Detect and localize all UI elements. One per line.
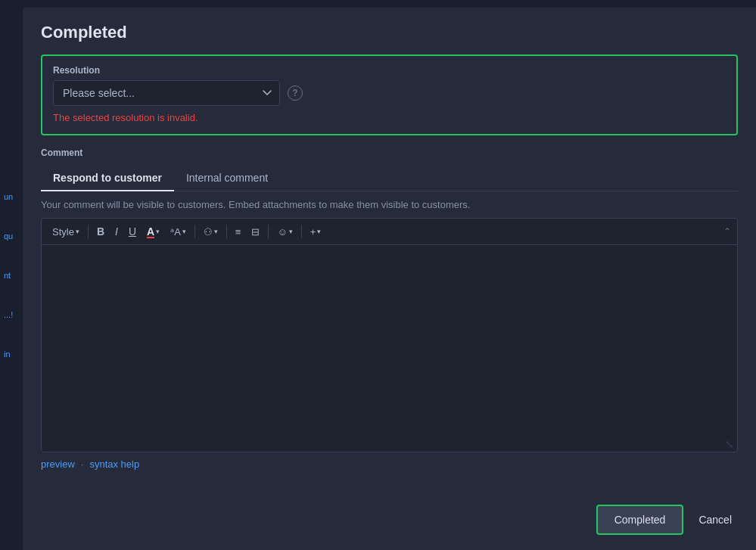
toolbar-separator-1 (88, 225, 89, 238)
editor-footer: preview · syntax help (41, 458, 738, 470)
resize-icon: ⤡ (725, 438, 734, 450)
comment-label: Comment (41, 148, 738, 158)
unordered-list-button[interactable]: ≡ (231, 224, 246, 240)
font-size-chevron-icon: ▾ (182, 228, 186, 235)
text-color-button[interactable]: A ▾ (142, 223, 164, 240)
sidebar-item-5: in (4, 350, 19, 359)
emoji-chevron-icon: ▾ (289, 228, 293, 235)
bold-icon: B (97, 225, 104, 238)
editor-toolbar: Style ▾ B I U A ▾ ᵃA (42, 219, 737, 245)
syntax-help-link[interactable]: syntax help (89, 458, 139, 470)
more-button[interactable]: + ▾ (306, 224, 326, 240)
text-color-icon: A (147, 225, 154, 238)
resize-handle[interactable]: ⤡ (42, 437, 737, 452)
underline-button[interactable]: U (124, 223, 141, 240)
toolbar-separator-5 (301, 225, 302, 238)
cancel-button[interactable]: Cancel (692, 506, 738, 533)
toolbar-separator-4 (268, 225, 269, 238)
resolution-error: The selected resolution is invalid. (53, 112, 726, 123)
toolbar-collapse-icon[interactable]: ⌃ (723, 226, 731, 237)
italic-button[interactable]: I (110, 223, 123, 240)
dialog-body: Resolution Please select... Fixed Won't … (23, 54, 756, 494)
dialog: Completed Resolution Please select... Fi… (23, 8, 756, 550)
comment-tabs: Respond to customer Internal comment (41, 166, 738, 191)
ordered-list-button[interactable]: ⊟ (247, 224, 264, 240)
completed-button[interactable]: Completed (596, 505, 684, 535)
help-icon[interactable]: ? (288, 85, 303, 101)
style-button[interactable]: Style ▾ (48, 224, 84, 240)
dot-separator: · (81, 458, 84, 470)
tab-note: Your comment will be visible to customer… (41, 199, 738, 210)
underline-icon: U (129, 225, 136, 238)
sidebar-item-2: qu (4, 231, 19, 241)
preview-link[interactable]: preview (41, 458, 75, 470)
font-size-icon: ᵃA (170, 226, 181, 238)
style-chevron-icon: ▾ (76, 228, 79, 235)
text-color-chevron-icon: ▾ (156, 228, 160, 235)
tab-internal-comment[interactable]: Internal comment (174, 166, 280, 191)
style-label: Style (52, 226, 74, 238)
unordered-list-icon: ≡ (235, 226, 241, 238)
toolbar-separator-3 (226, 225, 227, 238)
sidebar-hints: un qu nt ...! in (0, 0, 23, 550)
toolbar-separator-2 (194, 225, 195, 238)
resolution-section: Resolution Please select... Fixed Won't … (41, 54, 738, 135)
bold-button[interactable]: B (92, 223, 109, 240)
sidebar-item-3: nt (4, 271, 19, 280)
dialog-title: Completed (23, 8, 756, 54)
italic-icon: I (115, 225, 118, 238)
dialog-footer: Completed Cancel (23, 494, 756, 550)
emoji-icon: ☺ (277, 226, 287, 238)
more-chevron-icon: ▾ (317, 228, 321, 235)
resolution-label: Resolution (53, 65, 726, 76)
ordered-list-icon: ⊟ (251, 226, 260, 238)
resolution-row: Please select... Fixed Won't fix Duplica… (53, 80, 726, 106)
more-icon: + (310, 226, 316, 238)
emoji-button[interactable]: ☺ ▾ (272, 224, 297, 240)
resolution-select[interactable]: Please select... Fixed Won't fix Duplica… (53, 80, 280, 106)
link-icon: ⚇ (204, 226, 213, 238)
tab-respond-to-customer[interactable]: Respond to customer (41, 166, 174, 191)
link-chevron-icon: ▾ (214, 228, 218, 235)
editor-container: Style ▾ B I U A ▾ ᵃA (41, 218, 738, 452)
editor-area[interactable] (42, 245, 737, 437)
link-button[interactable]: ⚇ ▾ (199, 224, 222, 240)
sidebar-item-1: un (4, 192, 19, 201)
font-size-button[interactable]: ᵃA ▾ (166, 224, 191, 240)
sidebar-item-4: ...! (4, 310, 19, 319)
